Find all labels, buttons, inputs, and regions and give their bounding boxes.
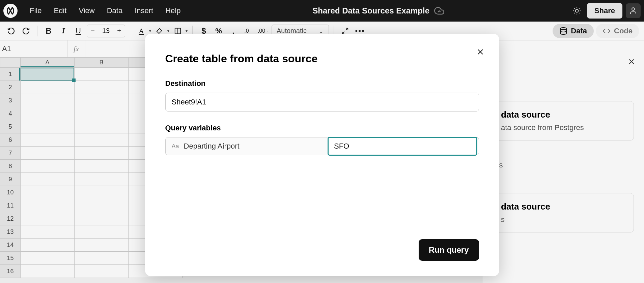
text-type-icon: Aa: [172, 143, 179, 150]
variable-value-input[interactable]: [328, 137, 477, 156]
destination-label: Destination: [165, 79, 479, 88]
variable-name-label: Departing Airport: [184, 142, 240, 151]
modal-title: Create table from data source: [165, 53, 479, 65]
create-table-modal: Create table from data source Destinatio…: [145, 34, 499, 276]
destination-input[interactable]: [165, 93, 479, 112]
modal-overlay: Create table from data source Destinatio…: [0, 0, 644, 283]
query-variables-label: Query variables: [165, 124, 479, 132]
variable-name: Aa Departing Airport: [166, 137, 329, 155]
run-query-button[interactable]: Run query: [419, 239, 479, 261]
query-variable-row: Aa Departing Airport: [165, 137, 479, 155]
close-modal-button[interactable]: [476, 47, 485, 57]
